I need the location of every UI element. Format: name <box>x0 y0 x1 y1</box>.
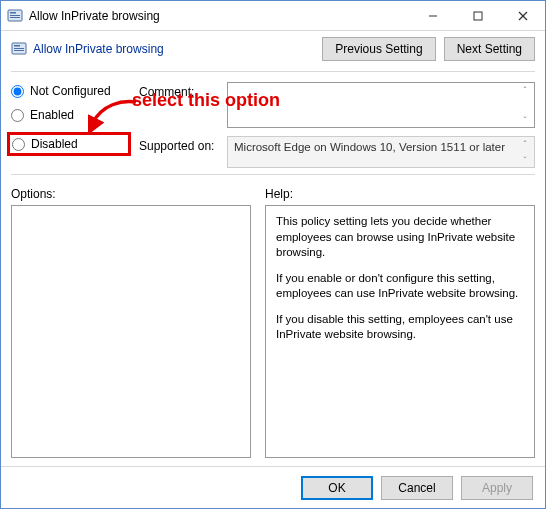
svg-rect-11 <box>14 50 24 51</box>
lower-area: Options: Help: This policy setting lets … <box>11 187 535 458</box>
svg-rect-2 <box>10 15 20 16</box>
radio-not-configured-label: Not Configured <box>30 84 111 98</box>
help-paragraph: If you enable or don't configure this se… <box>276 271 524 302</box>
svg-rect-10 <box>14 48 24 49</box>
footer: OK Cancel Apply <box>1 466 545 508</box>
supported-on-value: Microsoft Edge on Windows 10, Version 15… <box>227 136 535 168</box>
ok-button[interactable]: OK <box>301 476 373 500</box>
comment-label: Comment: <box>139 82 219 99</box>
help-label: Help: <box>265 187 535 201</box>
help-paragraph: This policy setting lets you decide whet… <box>276 214 524 261</box>
policy-editor-window: Allow InPrivate browsing <box>0 0 546 509</box>
radio-not-configured[interactable]: Not Configured <box>11 84 131 98</box>
comment-scroll-hints: ˆˇ <box>518 85 532 125</box>
close-button[interactable] <box>500 1 545 30</box>
help-paragraph: If you disable this setting, employees c… <box>276 312 524 343</box>
previous-setting-button[interactable]: Previous Setting <box>322 37 435 61</box>
policy-title: Allow InPrivate browsing <box>33 42 164 56</box>
config-area: Not Configured Enabled Disabled Comment: <box>11 78 535 168</box>
apply-button[interactable]: Apply <box>461 476 533 500</box>
options-pane <box>11 205 251 458</box>
radio-enabled-input[interactable] <box>11 109 24 122</box>
header-row: Allow InPrivate browsing Previous Settin… <box>11 37 535 61</box>
supported-scroll-hints: ˆˇ <box>518 139 532 165</box>
svg-rect-1 <box>10 12 16 14</box>
radio-disabled-input[interactable] <box>12 138 25 151</box>
window-title: Allow InPrivate browsing <box>29 9 410 23</box>
comment-textarea[interactable]: ˆˇ <box>227 82 535 128</box>
svg-rect-5 <box>474 12 482 20</box>
radio-enabled-label: Enabled <box>30 108 74 122</box>
radio-enabled[interactable]: Enabled <box>11 108 131 122</box>
window-controls <box>410 1 545 30</box>
fields: Comment: ˆˇ Supported on: Microsoft Edge… <box>139 82 535 168</box>
cancel-button[interactable]: Cancel <box>381 476 453 500</box>
content-area: Allow InPrivate browsing Previous Settin… <box>1 31 545 466</box>
radio-not-configured-input[interactable] <box>11 85 24 98</box>
titlebar: Allow InPrivate browsing <box>1 1 545 31</box>
supported-on-text: Microsoft Edge on Windows 10, Version 15… <box>234 141 505 153</box>
svg-rect-3 <box>10 17 20 18</box>
next-setting-button[interactable]: Next Setting <box>444 37 535 61</box>
radio-disabled[interactable]: Disabled <box>12 137 78 151</box>
radio-disabled-label: Disabled <box>31 137 78 151</box>
minimize-button[interactable] <box>410 1 455 30</box>
help-pane[interactable]: This policy setting lets you decide whet… <box>265 205 535 458</box>
state-radios: Not Configured Enabled Disabled <box>11 82 131 168</box>
divider <box>11 174 535 175</box>
policy-icon <box>11 41 27 57</box>
annotation-highlight: Disabled <box>7 132 131 156</box>
svg-rect-9 <box>14 45 20 47</box>
supported-on-label: Supported on: <box>139 136 219 153</box>
divider <box>11 71 535 72</box>
options-label: Options: <box>11 187 251 201</box>
maximize-button[interactable] <box>455 1 500 30</box>
policy-icon <box>7 8 23 24</box>
